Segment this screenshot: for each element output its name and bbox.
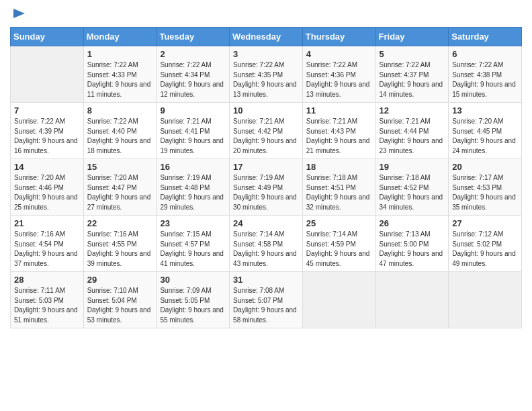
day-number: 27 [452, 218, 518, 228]
calendar-header-row: SundayMondayTuesdayWednesdayThursdayFrid… [11, 28, 522, 46]
calendar-cell: 19Sunrise: 7:18 AMSunset: 4:52 PMDayligh… [375, 159, 449, 216]
day-number: 1 [87, 49, 153, 59]
day-number: 18 [306, 162, 372, 172]
day-info: Sunrise: 7:16 AMSunset: 4:54 PMDaylight:… [14, 230, 80, 269]
calendar-cell: 3Sunrise: 7:22 AMSunset: 4:35 PMDaylight… [230, 46, 303, 103]
calendar-header-wednesday: Wednesday [230, 28, 303, 46]
calendar-week-row: 14Sunrise: 7:20 AMSunset: 4:46 PMDayligh… [11, 159, 522, 216]
calendar-cell: 13Sunrise: 7:20 AMSunset: 4:45 PMDayligh… [449, 103, 522, 159]
day-info: Sunrise: 7:14 AMSunset: 4:58 PMDaylight:… [233, 230, 299, 269]
day-number: 7 [14, 105, 80, 116]
day-number: 10 [233, 105, 299, 116]
calendar-cell: 17Sunrise: 7:19 AMSunset: 4:49 PMDayligh… [230, 159, 303, 216]
calendar-header-thursday: Thursday [302, 28, 375, 46]
day-info: Sunrise: 7:11 AMSunset: 5:03 PMDaylight:… [14, 286, 80, 325]
day-info: Sunrise: 7:22 AMSunset: 4:33 PMDaylight:… [87, 60, 153, 99]
day-info: Sunrise: 7:15 AMSunset: 4:57 PMDaylight:… [160, 230, 226, 269]
calendar-cell: 4Sunrise: 7:22 AMSunset: 4:36 PMDaylight… [302, 46, 375, 103]
calendar-cell: 10Sunrise: 7:21 AMSunset: 4:42 PMDayligh… [230, 103, 303, 159]
calendar-cell [449, 272, 522, 328]
day-number: 16 [160, 162, 226, 172]
day-number: 20 [452, 162, 518, 172]
calendar-cell: 16Sunrise: 7:19 AMSunset: 4:48 PMDayligh… [157, 159, 230, 216]
day-info: Sunrise: 7:22 AMSunset: 4:39 PMDaylight:… [14, 117, 80, 156]
calendar-header-sunday: Sunday [11, 28, 84, 46]
day-info: Sunrise: 7:22 AMSunset: 4:35 PMDaylight:… [233, 60, 299, 99]
calendar-cell: 18Sunrise: 7:18 AMSunset: 4:51 PMDayligh… [302, 159, 375, 216]
calendar-cell: 28Sunrise: 7:11 AMSunset: 5:03 PMDayligh… [11, 272, 84, 328]
calendar-cell: 15Sunrise: 7:20 AMSunset: 4:47 PMDayligh… [83, 159, 157, 216]
calendar-cell: 1Sunrise: 7:22 AMSunset: 4:33 PMDaylight… [83, 46, 157, 103]
day-info: Sunrise: 7:20 AMSunset: 4:46 PMDaylight:… [14, 173, 80, 212]
day-info: Sunrise: 7:13 AMSunset: 5:00 PMDaylight:… [380, 230, 445, 269]
day-number: 25 [306, 218, 372, 228]
day-info: Sunrise: 7:19 AMSunset: 4:48 PMDaylight:… [160, 173, 226, 212]
day-number: 29 [87, 275, 153, 285]
day-number: 3 [233, 49, 299, 59]
day-number: 6 [452, 49, 518, 59]
logo [10, 7, 26, 21]
day-info: Sunrise: 7:21 AMSunset: 4:43 PMDaylight:… [306, 117, 372, 156]
day-number: 17 [233, 162, 299, 172]
calendar-week-row: 21Sunrise: 7:16 AMSunset: 4:54 PMDayligh… [11, 216, 522, 272]
day-info: Sunrise: 7:21 AMSunset: 4:41 PMDaylight:… [160, 117, 226, 156]
day-number: 13 [452, 105, 518, 116]
day-info: Sunrise: 7:19 AMSunset: 4:49 PMDaylight:… [233, 173, 299, 212]
day-number: 9 [160, 105, 226, 116]
day-number: 28 [14, 275, 80, 285]
calendar-cell: 21Sunrise: 7:16 AMSunset: 4:54 PMDayligh… [11, 216, 84, 272]
calendar-cell: 31Sunrise: 7:08 AMSunset: 5:07 PMDayligh… [230, 272, 303, 328]
day-number: 4 [306, 49, 372, 59]
calendar-cell: 27Sunrise: 7:12 AMSunset: 5:02 PMDayligh… [449, 216, 522, 272]
day-info: Sunrise: 7:21 AMSunset: 4:42 PMDaylight:… [233, 117, 299, 156]
calendar-cell [302, 272, 375, 328]
day-number: 11 [306, 105, 372, 116]
calendar-cell: 22Sunrise: 7:16 AMSunset: 4:55 PMDayligh… [83, 216, 157, 272]
day-info: Sunrise: 7:12 AMSunset: 5:02 PMDaylight:… [452, 230, 518, 269]
day-info: Sunrise: 7:22 AMSunset: 4:34 PMDaylight:… [160, 60, 226, 99]
day-info: Sunrise: 7:09 AMSunset: 5:05 PMDaylight:… [160, 286, 226, 325]
day-info: Sunrise: 7:08 AMSunset: 5:07 PMDaylight:… [233, 286, 299, 325]
calendar-cell: 5Sunrise: 7:22 AMSunset: 4:37 PMDaylight… [375, 46, 449, 103]
calendar-cell: 12Sunrise: 7:21 AMSunset: 4:44 PMDayligh… [375, 103, 449, 159]
svg-marker-0 [13, 9, 25, 18]
day-number: 31 [233, 275, 299, 285]
day-info: Sunrise: 7:18 AMSunset: 4:52 PMDaylight:… [380, 173, 445, 212]
day-info: Sunrise: 7:10 AMSunset: 5:04 PMDaylight:… [87, 286, 153, 325]
calendar-cell: 25Sunrise: 7:14 AMSunset: 4:59 PMDayligh… [302, 216, 375, 272]
calendar-cell: 2Sunrise: 7:22 AMSunset: 4:34 PMDaylight… [157, 46, 230, 103]
calendar-week-row: 1Sunrise: 7:22 AMSunset: 4:33 PMDaylight… [11, 46, 522, 103]
calendar-cell: 11Sunrise: 7:21 AMSunset: 4:43 PMDayligh… [302, 103, 375, 159]
calendar-cell: 9Sunrise: 7:21 AMSunset: 4:41 PMDaylight… [157, 103, 230, 159]
day-info: Sunrise: 7:20 AMSunset: 4:47 PMDaylight:… [87, 173, 153, 212]
page-header [10, 7, 522, 21]
calendar-cell: 8Sunrise: 7:22 AMSunset: 4:40 PMDaylight… [83, 103, 157, 159]
calendar-cell: 29Sunrise: 7:10 AMSunset: 5:04 PMDayligh… [83, 272, 157, 328]
calendar-header-monday: Monday [83, 28, 157, 46]
day-info: Sunrise: 7:14 AMSunset: 4:59 PMDaylight:… [306, 230, 372, 269]
day-info: Sunrise: 7:22 AMSunset: 4:36 PMDaylight:… [306, 60, 372, 99]
day-info: Sunrise: 7:16 AMSunset: 4:55 PMDaylight:… [87, 230, 153, 269]
day-number: 21 [14, 218, 80, 228]
day-number: 19 [380, 162, 445, 172]
day-info: Sunrise: 7:22 AMSunset: 4:37 PMDaylight:… [380, 60, 445, 99]
calendar-header-saturday: Saturday [449, 28, 522, 46]
calendar-cell: 14Sunrise: 7:20 AMSunset: 4:46 PMDayligh… [11, 159, 84, 216]
day-number: 24 [233, 218, 299, 228]
day-number: 14 [14, 162, 80, 172]
day-number: 5 [380, 49, 445, 59]
day-info: Sunrise: 7:17 AMSunset: 4:53 PMDaylight:… [452, 173, 518, 212]
calendar-week-row: 7Sunrise: 7:22 AMSunset: 4:39 PMDaylight… [11, 103, 522, 159]
calendar-cell [375, 272, 449, 328]
day-number: 30 [160, 275, 226, 285]
calendar-week-row: 28Sunrise: 7:11 AMSunset: 5:03 PMDayligh… [11, 272, 522, 328]
calendar-cell: 7Sunrise: 7:22 AMSunset: 4:39 PMDaylight… [11, 103, 84, 159]
day-number: 12 [380, 105, 445, 116]
calendar-table: SundayMondayTuesdayWednesdayThursdayFrid… [10, 27, 522, 328]
calendar-cell: 24Sunrise: 7:14 AMSunset: 4:58 PMDayligh… [230, 216, 303, 272]
day-info: Sunrise: 7:22 AMSunset: 4:38 PMDaylight:… [452, 60, 518, 99]
calendar-header-friday: Friday [375, 28, 449, 46]
calendar-cell: 30Sunrise: 7:09 AMSunset: 5:05 PMDayligh… [157, 272, 230, 328]
calendar-cell: 23Sunrise: 7:15 AMSunset: 4:57 PMDayligh… [157, 216, 230, 272]
day-number: 15 [87, 162, 153, 172]
